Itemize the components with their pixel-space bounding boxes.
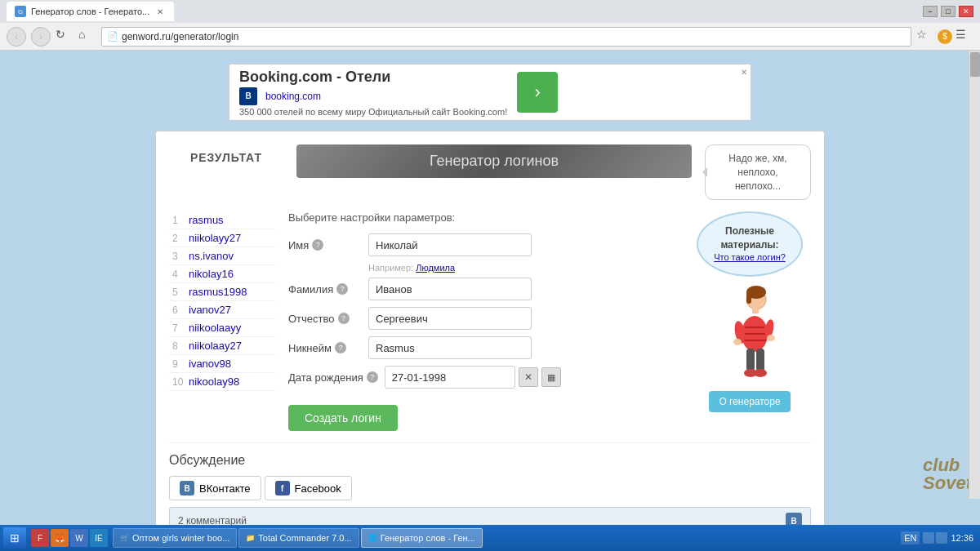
date-calendar-btn[interactable]: ▦ — [541, 367, 561, 387]
svg-rect-11 — [746, 349, 755, 371]
birthdate-label: Дата рождения ? — [288, 371, 378, 384]
discussion-title: Обсуждение — [169, 453, 811, 468]
list-item: 2niikolaуy27 — [169, 229, 275, 247]
close-btn[interactable]: ✕ — [959, 6, 973, 17]
form-intro: Выберите настройки параметров: — [288, 211, 675, 224]
patronymic-label: Отчество ? — [288, 313, 362, 325]
date-clear-btn[interactable]: ✕ — [519, 367, 538, 387]
forward-btn[interactable]: › — [31, 27, 51, 47]
svg-point-14 — [754, 369, 767, 377]
taskbar-app-2-label: Total Commander 7.0... — [258, 533, 351, 543]
surname-input[interactable] — [368, 278, 532, 300]
taskbar-icon-4[interactable]: IE — [90, 529, 108, 547]
vk-logo-small: В — [786, 513, 802, 525]
svg-point-10 — [767, 335, 775, 341]
browser-tab[interactable]: G Генератор слов - Генерато... ✕ — [7, 2, 174, 21]
useful-link[interactable]: Что такое логин? — [714, 251, 786, 264]
title-bar: G Генератор слов - Генерато... ✕ − □ ✕ — [0, 0, 980, 23]
svg-rect-12 — [756, 349, 764, 371]
name-example-link[interactable]: Людмила — [416, 263, 455, 273]
taskbar-right: EN 12:36 — [898, 531, 977, 544]
page-content: ✕ Booking.com - Отели B booking.com 350 … — [0, 51, 980, 525]
ad-logo: B — [239, 87, 257, 105]
card-header: РЕЗУЛЬТАТ Генератор логинов Надо же, хм,… — [169, 144, 811, 200]
bookmark-btn[interactable]: ☆ — [916, 28, 934, 46]
generator-banner: Генератор логинов — [296, 144, 692, 178]
taskbar-app-2[interactable]: 📁 Total Commander 7.0... — [238, 528, 359, 548]
nickname-input[interactable] — [368, 336, 532, 359]
fb-tab-label: Facebook — [295, 482, 341, 495]
minimize-btn[interactable]: − — [923, 6, 938, 17]
taskbar-sys-icon-1 — [923, 532, 934, 544]
vk-tab[interactable]: В ВКонтакте — [169, 476, 261, 500]
address-bar[interactable]: 📄 genword.ru/generator/login — [101, 27, 911, 47]
taskbar-quick-launch: F 🦊 W IE — [28, 529, 111, 547]
browser-toolbar: ‹ › ↻ ⌂ 📄 genword.ru/generator/login ☆ $… — [0, 23, 980, 51]
patronymic-row: Отчество ? — [288, 307, 675, 330]
svg-rect-2 — [746, 292, 751, 304]
comments-label: 2 комментарий — [178, 515, 247, 525]
form-section: Выберите настройки параметров: Имя ? Нап… — [288, 211, 675, 431]
list-item: 4nikolay16 — [169, 265, 275, 283]
patronymic-help-icon[interactable]: ? — [338, 313, 350, 324]
name-help-icon[interactable]: ? — [312, 239, 323, 251]
name-label: Имя ? — [288, 239, 362, 251]
extension-btn[interactable]: $ — [938, 29, 952, 44]
main-card: РЕЗУЛЬТАТ Генератор логинов Надо же, хм,… — [155, 131, 825, 525]
ad-arrow-btn[interactable]: › — [517, 72, 558, 113]
ad-banner: ✕ Booking.com - Отели B booking.com 350 … — [229, 64, 751, 121]
list-item: 1rasmus — [169, 211, 275, 229]
date-input[interactable] — [385, 366, 515, 389]
vk-tab-label: ВКонтакте — [199, 482, 251, 495]
start-btn[interactable]: ⊞ — [3, 527, 26, 549]
refresh-btn[interactable]: ↻ — [56, 28, 74, 46]
nickname-help-icon[interactable]: ? — [335, 342, 346, 353]
ad-close-btn[interactable]: ✕ — [741, 68, 747, 77]
address-lock-icon: 📄 — [107, 31, 118, 42]
taskbar-app-1[interactable]: 🛒 Оптом girls winter boo... — [113, 528, 237, 548]
svg-rect-15 — [752, 307, 759, 313]
about-generator-btn[interactable]: О генераторе — [709, 391, 790, 412]
ad-title: Booking.com - Отели — [239, 69, 507, 86]
surname-row: Фамилия ? — [288, 278, 675, 300]
speech-text: Надо же, хм,неплохо, неплохо... — [728, 153, 786, 192]
birthdate-help-icon[interactable]: ? — [367, 371, 378, 383]
date-row: ✕ ▦ — [385, 366, 561, 389]
character-svg — [717, 285, 782, 383]
taskbar-app-3[interactable]: 🌐 Генератор слов - Ген... — [361, 528, 483, 548]
card-body: 1rasmus 2niikolaуy27 3ns.ivanov 4nikolay… — [169, 211, 811, 431]
browser-frame: G Генератор слов - Генерато... ✕ − □ ✕ ‹… — [0, 0, 980, 551]
nickname-label: Никнейм ? — [288, 342, 362, 354]
tab-close-btn[interactable]: ✕ — [154, 6, 166, 17]
scrollbar-thumb[interactable] — [970, 52, 980, 77]
taskbar-icon-2[interactable]: 🦊 — [51, 529, 69, 547]
taskbar-lang[interactable]: EN — [901, 531, 920, 544]
taskbar-sys-icon-2 — [936, 532, 947, 544]
comments-header: 2 комментарий В — [169, 507, 811, 525]
surname-help-icon[interactable]: ? — [336, 283, 348, 295]
scrollbar[interactable] — [969, 51, 980, 499]
patronymic-input[interactable] — [368, 307, 532, 330]
window-controls: − □ ✕ — [923, 6, 973, 17]
home-btn[interactable]: ⌂ — [78, 28, 96, 46]
taskbar-time: 12:36 — [951, 533, 973, 543]
list-item: 10nikoolay98 — [169, 373, 275, 391]
create-login-btn[interactable]: Создать логин — [288, 405, 398, 431]
fb-tab[interactable]: f Facebook — [265, 476, 352, 500]
header-right: Надо же, хм,неплохо, неплохо... — [705, 144, 811, 200]
back-btn[interactable]: ‹ — [7, 27, 26, 47]
taskbar-apps: 🛒 Оптом girls winter boo... 📁 Total Comm… — [113, 528, 896, 548]
taskbar-sys-icons — [923, 532, 947, 544]
maximize-btn[interactable]: □ — [941, 6, 956, 17]
club-sovet-logo: club Sovet — [923, 456, 972, 492]
taskbar-icon-3[interactable]: W — [70, 529, 88, 547]
toolbar-right: ☆ $ ☰ — [916, 28, 973, 46]
menu-btn[interactable]: ☰ — [956, 28, 973, 46]
vk-icon: В — [180, 481, 194, 495]
name-hint: Например: Людмила — [368, 263, 675, 273]
fb-icon: f — [275, 481, 290, 495]
useful-materials-box: Полезные материалы: Что такое логин? — [697, 211, 803, 277]
name-input[interactable] — [368, 233, 532, 256]
surname-label: Фамилия ? — [288, 283, 362, 295]
taskbar-icon-1[interactable]: F — [31, 529, 49, 547]
